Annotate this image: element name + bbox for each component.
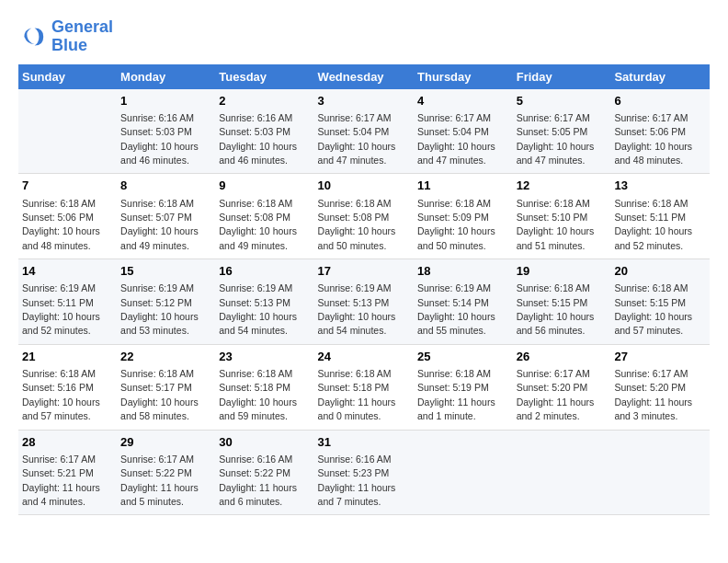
day-number: 17 — [318, 263, 410, 280]
day-info: Sunrise: 6:16 AM Sunset: 5:03 PM Dayligh… — [219, 112, 297, 166]
calendar-cell: 8Sunrise: 6:18 AM Sunset: 5:07 PM Daylig… — [117, 174, 215, 259]
day-info: Sunrise: 6:17 AM Sunset: 5:05 PM Dayligh… — [517, 112, 595, 166]
calendar-cell: 19Sunrise: 6:18 AM Sunset: 5:15 PM Dayli… — [513, 259, 611, 345]
day-info: Sunrise: 6:18 AM Sunset: 5:07 PM Dayligh… — [120, 198, 199, 251]
week-row-1: 1Sunrise: 6:16 AM Sunset: 5:03 PM Daylig… — [18, 89, 710, 174]
day-number: 26 — [517, 349, 608, 365]
day-info: Sunrise: 6:16 AM Sunset: 5:23 PM Dayligh… — [318, 454, 396, 507]
day-number: 21 — [22, 349, 113, 365]
calendar-cell — [18, 89, 117, 174]
logo-icon — [18, 22, 48, 52]
week-row-4: 21Sunrise: 6:18 AM Sunset: 5:16 PM Dayli… — [18, 344, 710, 430]
week-row-3: 14Sunrise: 6:19 AM Sunset: 5:11 PM Dayli… — [18, 259, 710, 345]
day-number: 7 — [22, 178, 113, 194]
day-info: Sunrise: 6:18 AM Sunset: 5:17 PM Dayligh… — [120, 368, 199, 421]
day-number: 12 — [517, 178, 608, 194]
day-number: 5 — [517, 93, 608, 109]
calendar-cell: 18Sunrise: 6:19 AM Sunset: 5:14 PM Dayli… — [414, 259, 513, 345]
day-info: Sunrise: 6:18 AM Sunset: 5:08 PM Dayligh… — [318, 198, 396, 251]
calendar-cell: 23Sunrise: 6:18 AM Sunset: 5:18 PM Dayli… — [215, 344, 313, 430]
header: General Blue — [18, 18, 710, 55]
column-header-tuesday: Tuesday — [215, 64, 313, 89]
calendar-cell: 25Sunrise: 6:18 AM Sunset: 5:19 PM Dayli… — [414, 344, 513, 430]
column-header-monday: Monday — [117, 64, 215, 89]
day-info: Sunrise: 6:18 AM Sunset: 5:08 PM Dayligh… — [219, 198, 297, 251]
calendar-cell: 13Sunrise: 6:18 AM Sunset: 5:11 PM Dayli… — [610, 174, 710, 259]
calendar-cell: 17Sunrise: 6:19 AM Sunset: 5:13 PM Dayli… — [314, 259, 414, 345]
day-number: 4 — [417, 93, 509, 109]
calendar-cell: 26Sunrise: 6:17 AM Sunset: 5:20 PM Dayli… — [513, 344, 611, 430]
day-number: 18 — [417, 263, 509, 280]
calendar-cell: 29Sunrise: 6:17 AM Sunset: 5:22 PM Dayli… — [117, 430, 215, 515]
column-header-friday: Friday — [513, 64, 611, 89]
calendar-cell: 4Sunrise: 6:17 AM Sunset: 5:04 PM Daylig… — [414, 89, 513, 174]
day-info: Sunrise: 6:19 AM Sunset: 5:11 PM Dayligh… — [22, 282, 100, 336]
calendar-cell: 14Sunrise: 6:19 AM Sunset: 5:11 PM Dayli… — [18, 259, 117, 345]
day-number: 28 — [22, 434, 113, 451]
day-number: 29 — [120, 434, 211, 451]
day-number: 19 — [517, 263, 608, 280]
day-info: Sunrise: 6:17 AM Sunset: 5:22 PM Dayligh… — [120, 454, 199, 507]
day-number: 1 — [120, 93, 211, 109]
day-number: 8 — [120, 178, 211, 194]
day-info: Sunrise: 6:16 AM Sunset: 5:03 PM Dayligh… — [120, 112, 199, 166]
column-header-saturday: Saturday — [610, 64, 710, 89]
calendar-cell: 1Sunrise: 6:16 AM Sunset: 5:03 PM Daylig… — [117, 89, 215, 174]
day-info: Sunrise: 6:18 AM Sunset: 5:18 PM Dayligh… — [219, 368, 297, 421]
column-header-thursday: Thursday — [414, 64, 513, 89]
day-number: 25 — [417, 349, 509, 365]
calendar-cell: 3Sunrise: 6:17 AM Sunset: 5:04 PM Daylig… — [314, 89, 414, 174]
day-info: Sunrise: 6:18 AM Sunset: 5:18 PM Dayligh… — [318, 368, 396, 421]
day-number: 20 — [614, 263, 706, 280]
calendar-cell: 16Sunrise: 6:19 AM Sunset: 5:13 PM Dayli… — [215, 259, 313, 345]
day-info: Sunrise: 6:19 AM Sunset: 5:13 PM Dayligh… — [318, 282, 396, 336]
day-info: Sunrise: 6:19 AM Sunset: 5:12 PM Dayligh… — [120, 282, 199, 336]
day-info: Sunrise: 6:18 AM Sunset: 5:19 PM Dayligh… — [417, 368, 495, 421]
day-number: 10 — [318, 178, 410, 194]
calendar-cell — [414, 430, 513, 515]
day-number: 27 — [614, 349, 706, 365]
day-info: Sunrise: 6:18 AM Sunset: 5:15 PM Dayligh… — [614, 282, 692, 336]
day-number: 22 — [120, 349, 211, 365]
day-info: Sunrise: 6:18 AM Sunset: 5:09 PM Dayligh… — [417, 198, 495, 251]
calendar-cell: 15Sunrise: 6:19 AM Sunset: 5:12 PM Dayli… — [117, 259, 215, 345]
calendar-cell — [513, 430, 611, 515]
calendar-cell: 31Sunrise: 6:16 AM Sunset: 5:23 PM Dayli… — [314, 430, 414, 515]
calendar-cell: 27Sunrise: 6:17 AM Sunset: 5:20 PM Dayli… — [610, 344, 710, 430]
day-number: 6 — [614, 93, 706, 109]
logo-text: General Blue — [51, 18, 113, 55]
day-info: Sunrise: 6:17 AM Sunset: 5:04 PM Dayligh… — [417, 112, 495, 166]
calendar-cell: 24Sunrise: 6:18 AM Sunset: 5:18 PM Dayli… — [314, 344, 414, 430]
column-headers: SundayMondayTuesdayWednesdayThursdayFrid… — [18, 64, 710, 89]
day-info: Sunrise: 6:17 AM Sunset: 5:04 PM Dayligh… — [318, 112, 396, 166]
day-info: Sunrise: 6:17 AM Sunset: 5:20 PM Dayligh… — [517, 368, 595, 421]
calendar-cell: 10Sunrise: 6:18 AM Sunset: 5:08 PM Dayli… — [314, 174, 414, 259]
day-number: 9 — [219, 178, 310, 194]
week-row-5: 28Sunrise: 6:17 AM Sunset: 5:21 PM Dayli… — [18, 430, 710, 515]
day-info: Sunrise: 6:18 AM Sunset: 5:15 PM Dayligh… — [517, 282, 595, 336]
calendar-cell: 30Sunrise: 6:16 AM Sunset: 5:22 PM Dayli… — [215, 430, 313, 515]
day-info: Sunrise: 6:17 AM Sunset: 5:06 PM Dayligh… — [614, 112, 692, 166]
day-info: Sunrise: 6:18 AM Sunset: 5:11 PM Dayligh… — [614, 198, 692, 251]
day-info: Sunrise: 6:17 AM Sunset: 5:21 PM Dayligh… — [22, 454, 100, 507]
day-number: 15 — [120, 263, 211, 280]
calendar-cell: 6Sunrise: 6:17 AM Sunset: 5:06 PM Daylig… — [610, 89, 710, 174]
calendar-cell: 12Sunrise: 6:18 AM Sunset: 5:10 PM Dayli… — [513, 174, 611, 259]
day-info: Sunrise: 6:19 AM Sunset: 5:13 PM Dayligh… — [219, 282, 297, 336]
calendar-cell: 11Sunrise: 6:18 AM Sunset: 5:09 PM Dayli… — [414, 174, 513, 259]
calendar-cell: 21Sunrise: 6:18 AM Sunset: 5:16 PM Dayli… — [18, 344, 117, 430]
day-number: 30 — [219, 434, 310, 451]
day-number: 2 — [219, 93, 310, 109]
calendar-cell: 5Sunrise: 6:17 AM Sunset: 5:05 PM Daylig… — [513, 89, 611, 174]
day-number: 13 — [614, 178, 706, 194]
day-number: 24 — [318, 349, 410, 365]
day-info: Sunrise: 6:18 AM Sunset: 5:16 PM Dayligh… — [22, 368, 100, 421]
calendar-table: SundayMondayTuesdayWednesdayThursdayFrid… — [18, 64, 710, 516]
day-number: 11 — [417, 178, 509, 194]
day-number: 3 — [318, 93, 410, 109]
calendar-cell — [610, 430, 710, 515]
day-info: Sunrise: 6:18 AM Sunset: 5:10 PM Dayligh… — [517, 198, 595, 251]
day-number: 23 — [219, 349, 310, 365]
calendar-cell: 2Sunrise: 6:16 AM Sunset: 5:03 PM Daylig… — [215, 89, 313, 174]
day-number: 31 — [318, 434, 410, 451]
